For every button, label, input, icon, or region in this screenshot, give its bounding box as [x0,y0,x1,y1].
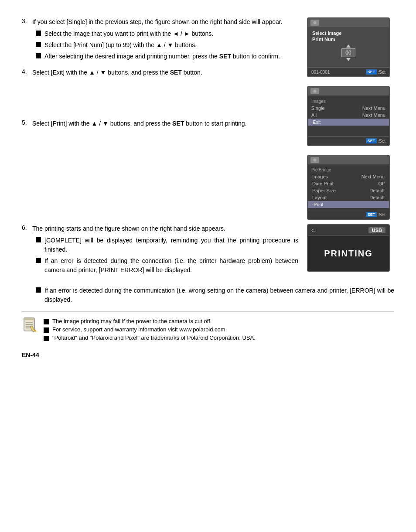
screen2-bottom: SET :Set [308,136,389,145]
printing-body: PRINTING [308,236,389,271]
menu-item-all-value: Next Menu [362,113,385,118]
screen3-bottom: SET :Set [308,210,389,219]
bullet-3-2-text: Select the [Print Num] (up to 99) with t… [44,41,197,50]
pb-layout-label: Layout [312,195,327,200]
screen3-top-bar [308,156,389,164]
bullet-icon-2 [36,42,41,47]
pb-dateprint-label: Date Print [312,181,334,186]
screen1-top-bar [308,18,389,27]
menu-item-single-value: Next Menu [362,106,385,111]
page-footer: EN-44 [22,351,394,358]
step-6-right: ⇦ USB PRINTING [307,224,394,282]
bullet-6-3-text: If an error is detected during the commu… [44,286,394,304]
bullet-6-1: [COMPLETE] will be displayed temporarily… [36,236,298,254]
step-6-number: 6. [22,224,29,233]
bullet-3-3: After selecting the desired image and pr… [36,52,298,61]
step-6-text: The printing starts and the figure shown… [32,224,225,233]
step-3-bullets: Select the image that you want to print … [36,29,298,61]
pb-papersize: Paper Size Default [308,187,389,194]
pb-layout-value: Default [369,195,385,200]
pb-images: Images Next Menu [308,173,389,180]
step-6-bullets: [COMPLETE] will be displayed temporarily… [36,236,298,275]
pb-images-value: Next Menu [361,174,385,179]
screen1-number: 00 [341,48,355,57]
bullet-icon-3 [36,53,41,58]
note-bullet-3: "Polaroid" and "Polaroid and Pixel" are … [44,334,256,341]
screen1-center: 00 [312,44,385,61]
menu-item-exit-label: ·Exit [311,119,321,125]
screen3-body: PictBridge Images Next Menu Date Print O… [308,164,389,210]
images-menu-screen: Images Single Next Menu All Next Menu ·E… [307,86,390,146]
pictbridge-screen: PictBridge Images Next Menu Date Print O… [307,155,390,220]
screen1-title: Select Image [312,31,385,36]
set-label-2: :Set [378,139,385,143]
screen1-subtitle: Print Num [312,37,385,42]
pb-dateprint: Date Print Off [308,180,389,187]
right-col-screens: Select Image Print Num 00 001-0001 SET :… [307,17,394,224]
note-bullet-2: For service, support and warranty inform… [44,326,256,333]
pb-section-label: PictBridge [308,166,389,173]
bullet-6-1-text: [COMPLETE] will be displayed temporarily… [44,236,298,254]
bullet-6-2: If an error is detected during the conne… [36,256,298,275]
step-6-extra-list: If an error is detected during the commu… [36,286,394,304]
menu-item-all: All Next Menu [308,112,389,119]
step-6-left: 6. The printing starts and the figure sh… [22,224,298,282]
step-5: 5. Select [Print] with the ▲ / ▼ buttons… [22,119,298,128]
set-label-1: :Set [378,70,385,75]
printing-screen: ⇦ USB PRINTING [307,224,390,272]
pb-print-label: ·Print [312,202,324,207]
page-container: 3. If you select [Single] in the previou… [22,17,394,358]
screen1-bottom: 001-0001 SET :Set [308,67,389,76]
camera-icon-1 [310,20,319,26]
step-6-extra-bullet: If an error is detected during the commu… [22,286,394,304]
step-3-text: If you select [Single] in the previous s… [32,17,283,27]
step-4: 4. Select [Exit] with the ▲ / ▼ buttons,… [22,68,298,77]
step-3-number: 3. [22,17,29,27]
pb-images-label: Images [312,174,328,179]
page-number: EN-44 [22,351,39,358]
step-5-text: Select [Print] with the ▲ / ▼ buttons, a… [32,119,247,128]
menu-item-all-label: All [311,113,317,118]
note-bullet-icon-1 [44,319,49,324]
camera-icon-2 [310,88,319,94]
menu-item-exit: ·Exit [308,119,389,126]
printing-top-bar: ⇦ USB [308,225,389,236]
note-bullet-3-text: "Polaroid" and "Polaroid and Pixel" are … [52,334,256,341]
set-label-3: :Set [378,212,385,217]
pb-dateprint-value: Off [378,181,385,186]
pb-papersize-label: Paper Size [312,188,336,193]
step-6-area: 6. The printing starts and the figure sh… [22,224,394,282]
select-image-screen: Select Image Print Num 00 001-0001 SET :… [307,17,390,77]
note-bullet-1: The image printing may fail if the power… [44,318,256,324]
camera-icon-3 [310,157,319,163]
step-6: 6. The printing starts and the figure sh… [22,224,298,275]
step-4-text: Select [Exit] with the ▲ / ▼ buttons, an… [32,68,202,77]
screen1-body: Select Image Print Num 00 [308,27,389,67]
set-button-2: SET [366,138,377,143]
menu-item-single: Single Next Menu [308,105,389,112]
set-button-1: SET [366,69,377,75]
arrow-down-icon [346,58,351,61]
steps-3-4-area: 3. If you select [Single] in the previou… [22,17,394,224]
back-arrow-icon: ⇦ [311,227,317,234]
left-col-3-4: 3. If you select [Single] in the previou… [22,17,298,224]
screen1-set: SET :Set [366,69,385,75]
screen1-id: 001-0001 [311,70,330,75]
pb-print: ·Print [308,201,389,208]
bullet-6-3: If an error is detected during the commu… [36,286,394,304]
bullet-icon-1 [36,31,41,36]
pb-layout: Layout Default [308,194,389,201]
bullet-6-2-text: If an error is detected during the conne… [44,256,298,275]
note-bullets-list: The image printing may fail if the power… [44,318,256,343]
step-3-header: 3. If you select [Single] in the previou… [22,17,298,27]
step-5-number: 5. [22,119,29,128]
printing-text: PRINTING [324,249,373,259]
bullet-icon-6-3 [36,287,41,293]
screen2-top-bar [308,87,389,95]
note-bullet-1-text: The image printing may fail if the power… [52,318,211,324]
note-bullet-icon-2 [44,327,49,333]
images-section-label: Images [308,97,389,105]
step-4-number: 4. [22,68,29,77]
screen2-body: Images Single Next Menu All Next Menu ·E… [308,95,389,136]
bullet-3-2: Select the [Print Num] (up to 99) with t… [36,41,298,50]
